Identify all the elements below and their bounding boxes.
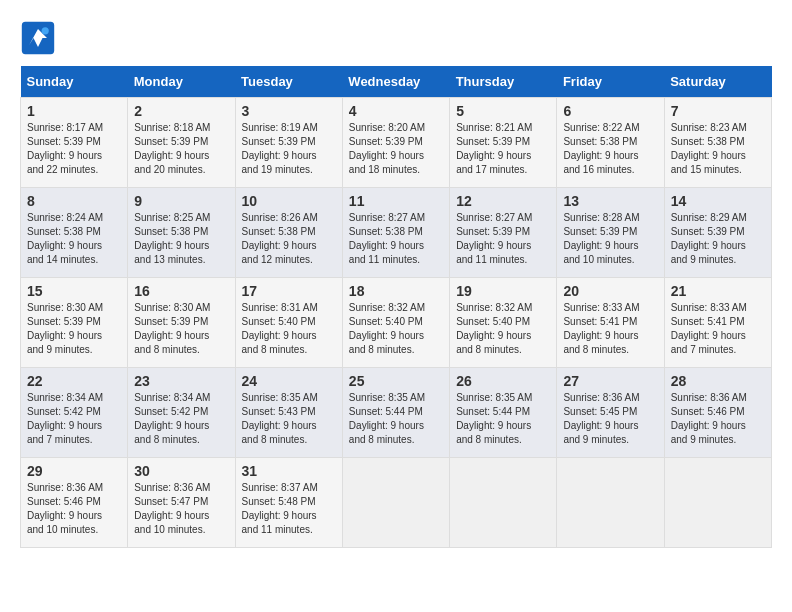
- calendar-cell: 13 Sunrise: 8:28 AM Sunset: 5:39 PM Dayl…: [557, 188, 664, 278]
- day-header: Tuesday: [235, 66, 342, 98]
- calendar-cell: 24 Sunrise: 8:35 AM Sunset: 5:43 PM Dayl…: [235, 368, 342, 458]
- day-info: Sunrise: 8:24 AM Sunset: 5:38 PM Dayligh…: [27, 211, 121, 267]
- day-header: Saturday: [664, 66, 771, 98]
- calendar-cell: 22 Sunrise: 8:34 AM Sunset: 5:42 PM Dayl…: [21, 368, 128, 458]
- day-number: 3: [242, 103, 336, 119]
- day-header: Friday: [557, 66, 664, 98]
- calendar-cell: 19 Sunrise: 8:32 AM Sunset: 5:40 PM Dayl…: [450, 278, 557, 368]
- day-info: Sunrise: 8:30 AM Sunset: 5:39 PM Dayligh…: [134, 301, 228, 357]
- calendar-cell: 26 Sunrise: 8:35 AM Sunset: 5:44 PM Dayl…: [450, 368, 557, 458]
- calendar-cell: 5 Sunrise: 8:21 AM Sunset: 5:39 PM Dayli…: [450, 98, 557, 188]
- calendar-cell: 1 Sunrise: 8:17 AM Sunset: 5:39 PM Dayli…: [21, 98, 128, 188]
- calendar-cell: 23 Sunrise: 8:34 AM Sunset: 5:42 PM Dayl…: [128, 368, 235, 458]
- day-info: Sunrise: 8:18 AM Sunset: 5:39 PM Dayligh…: [134, 121, 228, 177]
- day-info: Sunrise: 8:35 AM Sunset: 5:44 PM Dayligh…: [456, 391, 550, 447]
- day-info: Sunrise: 8:36 AM Sunset: 5:45 PM Dayligh…: [563, 391, 657, 447]
- logo-icon: [20, 20, 56, 56]
- day-number: 23: [134, 373, 228, 389]
- day-number: 27: [563, 373, 657, 389]
- calendar-cell: 9 Sunrise: 8:25 AM Sunset: 5:38 PM Dayli…: [128, 188, 235, 278]
- day-number: 17: [242, 283, 336, 299]
- day-number: 10: [242, 193, 336, 209]
- calendar-week-row: 1 Sunrise: 8:17 AM Sunset: 5:39 PM Dayli…: [21, 98, 772, 188]
- calendar-cell: 7 Sunrise: 8:23 AM Sunset: 5:38 PM Dayli…: [664, 98, 771, 188]
- calendar-week-row: 29 Sunrise: 8:36 AM Sunset: 5:46 PM Dayl…: [21, 458, 772, 548]
- calendar-cell: [557, 458, 664, 548]
- calendar-week-row: 8 Sunrise: 8:24 AM Sunset: 5:38 PM Dayli…: [21, 188, 772, 278]
- calendar-header-row: SundayMondayTuesdayWednesdayThursdayFrid…: [21, 66, 772, 98]
- day-number: 7: [671, 103, 765, 119]
- day-number: 25: [349, 373, 443, 389]
- day-header: Monday: [128, 66, 235, 98]
- calendar-cell: 4 Sunrise: 8:20 AM Sunset: 5:39 PM Dayli…: [342, 98, 449, 188]
- calendar-week-row: 22 Sunrise: 8:34 AM Sunset: 5:42 PM Dayl…: [21, 368, 772, 458]
- day-info: Sunrise: 8:34 AM Sunset: 5:42 PM Dayligh…: [27, 391, 121, 447]
- day-info: Sunrise: 8:19 AM Sunset: 5:39 PM Dayligh…: [242, 121, 336, 177]
- day-info: Sunrise: 8:27 AM Sunset: 5:38 PM Dayligh…: [349, 211, 443, 267]
- day-info: Sunrise: 8:36 AM Sunset: 5:46 PM Dayligh…: [27, 481, 121, 537]
- calendar-table: SundayMondayTuesdayWednesdayThursdayFrid…: [20, 66, 772, 548]
- calendar-cell: [342, 458, 449, 548]
- day-number: 15: [27, 283, 121, 299]
- day-info: Sunrise: 8:35 AM Sunset: 5:44 PM Dayligh…: [349, 391, 443, 447]
- day-number: 2: [134, 103, 228, 119]
- day-info: Sunrise: 8:34 AM Sunset: 5:42 PM Dayligh…: [134, 391, 228, 447]
- day-info: Sunrise: 8:36 AM Sunset: 5:47 PM Dayligh…: [134, 481, 228, 537]
- calendar-cell: 28 Sunrise: 8:36 AM Sunset: 5:46 PM Dayl…: [664, 368, 771, 458]
- day-info: Sunrise: 8:28 AM Sunset: 5:39 PM Dayligh…: [563, 211, 657, 267]
- day-number: 31: [242, 463, 336, 479]
- calendar-cell: 20 Sunrise: 8:33 AM Sunset: 5:41 PM Dayl…: [557, 278, 664, 368]
- day-header: Thursday: [450, 66, 557, 98]
- day-info: Sunrise: 8:35 AM Sunset: 5:43 PM Dayligh…: [242, 391, 336, 447]
- day-info: Sunrise: 8:30 AM Sunset: 5:39 PM Dayligh…: [27, 301, 121, 357]
- day-number: 22: [27, 373, 121, 389]
- day-number: 6: [563, 103, 657, 119]
- calendar-cell: 29 Sunrise: 8:36 AM Sunset: 5:46 PM Dayl…: [21, 458, 128, 548]
- day-number: 30: [134, 463, 228, 479]
- day-number: 11: [349, 193, 443, 209]
- day-info: Sunrise: 8:22 AM Sunset: 5:38 PM Dayligh…: [563, 121, 657, 177]
- day-number: 19: [456, 283, 550, 299]
- calendar-cell: 8 Sunrise: 8:24 AM Sunset: 5:38 PM Dayli…: [21, 188, 128, 278]
- calendar-cell: 16 Sunrise: 8:30 AM Sunset: 5:39 PM Dayl…: [128, 278, 235, 368]
- day-number: 24: [242, 373, 336, 389]
- calendar-cell: 27 Sunrise: 8:36 AM Sunset: 5:45 PM Dayl…: [557, 368, 664, 458]
- calendar-cell: [450, 458, 557, 548]
- calendar-cell: [664, 458, 771, 548]
- day-info: Sunrise: 8:33 AM Sunset: 5:41 PM Dayligh…: [671, 301, 765, 357]
- calendar-cell: 12 Sunrise: 8:27 AM Sunset: 5:39 PM Dayl…: [450, 188, 557, 278]
- day-info: Sunrise: 8:33 AM Sunset: 5:41 PM Dayligh…: [563, 301, 657, 357]
- day-info: Sunrise: 8:17 AM Sunset: 5:39 PM Dayligh…: [27, 121, 121, 177]
- day-number: 18: [349, 283, 443, 299]
- calendar-cell: 25 Sunrise: 8:35 AM Sunset: 5:44 PM Dayl…: [342, 368, 449, 458]
- day-number: 16: [134, 283, 228, 299]
- calendar-cell: 30 Sunrise: 8:36 AM Sunset: 5:47 PM Dayl…: [128, 458, 235, 548]
- calendar-cell: 18 Sunrise: 8:32 AM Sunset: 5:40 PM Dayl…: [342, 278, 449, 368]
- calendar-cell: 31 Sunrise: 8:37 AM Sunset: 5:48 PM Dayl…: [235, 458, 342, 548]
- day-info: Sunrise: 8:23 AM Sunset: 5:38 PM Dayligh…: [671, 121, 765, 177]
- page-header: [20, 20, 772, 56]
- day-number: 21: [671, 283, 765, 299]
- day-number: 4: [349, 103, 443, 119]
- calendar-cell: 3 Sunrise: 8:19 AM Sunset: 5:39 PM Dayli…: [235, 98, 342, 188]
- day-info: Sunrise: 8:31 AM Sunset: 5:40 PM Dayligh…: [242, 301, 336, 357]
- day-number: 14: [671, 193, 765, 209]
- day-number: 12: [456, 193, 550, 209]
- day-header: Sunday: [21, 66, 128, 98]
- logo: [20, 20, 60, 56]
- calendar-cell: 11 Sunrise: 8:27 AM Sunset: 5:38 PM Dayl…: [342, 188, 449, 278]
- day-number: 9: [134, 193, 228, 209]
- day-number: 28: [671, 373, 765, 389]
- day-info: Sunrise: 8:25 AM Sunset: 5:38 PM Dayligh…: [134, 211, 228, 267]
- calendar-cell: 10 Sunrise: 8:26 AM Sunset: 5:38 PM Dayl…: [235, 188, 342, 278]
- day-number: 29: [27, 463, 121, 479]
- calendar-cell: 6 Sunrise: 8:22 AM Sunset: 5:38 PM Dayli…: [557, 98, 664, 188]
- day-info: Sunrise: 8:26 AM Sunset: 5:38 PM Dayligh…: [242, 211, 336, 267]
- calendar-cell: 14 Sunrise: 8:29 AM Sunset: 5:39 PM Dayl…: [664, 188, 771, 278]
- day-info: Sunrise: 8:37 AM Sunset: 5:48 PM Dayligh…: [242, 481, 336, 537]
- day-info: Sunrise: 8:32 AM Sunset: 5:40 PM Dayligh…: [349, 301, 443, 357]
- day-info: Sunrise: 8:32 AM Sunset: 5:40 PM Dayligh…: [456, 301, 550, 357]
- day-number: 13: [563, 193, 657, 209]
- day-info: Sunrise: 8:29 AM Sunset: 5:39 PM Dayligh…: [671, 211, 765, 267]
- calendar-cell: 2 Sunrise: 8:18 AM Sunset: 5:39 PM Dayli…: [128, 98, 235, 188]
